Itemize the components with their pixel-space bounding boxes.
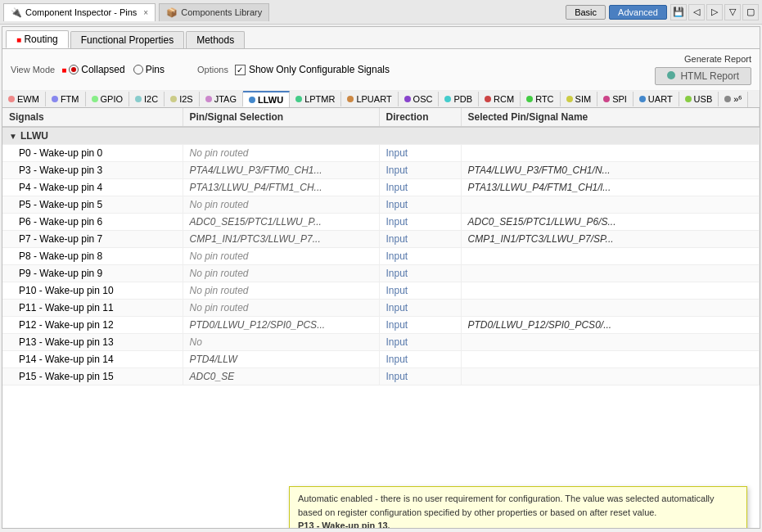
- close-inspector-icon[interactable]: ×: [143, 8, 148, 17]
- selected-pin-cell: PTD0/LLWU_P12/SPI0_PCS0/...: [461, 317, 760, 334]
- signal-tab-osc[interactable]: OSC: [399, 92, 440, 106]
- radio-collapsed[interactable]: ■ Collapsed: [61, 64, 124, 75]
- tab-functional-properties[interactable]: Functional Properties: [70, 31, 184, 48]
- signal-tab-dot: [485, 96, 491, 102]
- signal-tabs-row: EWMFTMGPIOI2CI2SJTAGLLWULPTMRLPUARTOSCPD…: [2, 91, 760, 108]
- signal-tab-i2c[interactable]: I2C: [129, 92, 165, 106]
- tab-routing[interactable]: ■ Routing: [6, 30, 69, 48]
- signal-tab-ftm[interactable]: FTM: [46, 92, 86, 106]
- radio-error-icon: ■: [61, 65, 66, 74]
- tab-functional-label: Functional Properties: [81, 34, 174, 46]
- signal-tab-pdb[interactable]: PDB: [439, 92, 479, 106]
- pin-selection-cell[interactable]: No pin routed: [183, 145, 379, 162]
- selected-pin-cell: [461, 145, 760, 162]
- signal-tab-label: UART: [648, 94, 673, 104]
- table-area[interactable]: Signals Pin/Signal Selection Direction S…: [2, 108, 760, 528]
- direction-cell: Input: [379, 248, 461, 265]
- signal-tab-dot: [566, 96, 573, 102]
- selected-pin-cell: ADC0_SE15/PTC1/LLWU_P6/S...: [461, 214, 760, 231]
- signal-tab-dot: [724, 96, 731, 102]
- signal-tab-lptmr[interactable]: LPTMR: [290, 92, 341, 106]
- signal-tab-spi[interactable]: SPI: [597, 92, 633, 106]
- signal-tab-dot: [92, 96, 98, 102]
- menu-button[interactable]: ▽: [724, 4, 741, 20]
- table-row[interactable]: P11 - Wake-up pin 11No pin routedInput: [2, 300, 760, 317]
- pin-selection-cell[interactable]: No pin routed: [183, 196, 379, 214]
- pin-selection-cell[interactable]: PTA13/LLWU_P4/FTM1_CH...: [183, 179, 379, 196]
- main-panel: ■ Routing Functional Properties Methods …: [2, 26, 760, 529]
- signal-name-cell: P3 - Wake-up pin 3: [2, 162, 183, 179]
- signal-tab-label: EWM: [17, 94, 39, 104]
- signal-tab-jtag[interactable]: JTAG: [200, 92, 243, 106]
- table-row[interactable]: P15 - Wake-up pin 15ADC0_SEInput: [2, 368, 760, 385]
- show-configurable-checkbox[interactable]: Show Only Configurable Signals: [235, 64, 390, 75]
- forward-button[interactable]: ▷: [706, 4, 723, 20]
- signal-tab-dot: [526, 96, 533, 102]
- signal-tab-ewm[interactable]: EWM: [2, 92, 46, 106]
- table-row[interactable]: P4 - Wake-up pin 4PTA13/LLWU_P4/FTM1_CH.…: [2, 179, 760, 196]
- checkbox-box: [235, 65, 246, 75]
- pin-selection-cell[interactable]: No pin routed: [183, 282, 379, 300]
- selected-pin-cell: [461, 282, 760, 300]
- tooltip-pin-label: P13 - Wake-up pin 13.: [298, 521, 390, 528]
- pin-selection-cell[interactable]: No: [183, 334, 379, 351]
- table-row[interactable]: P0 - Wake-up pin 0No pin routedInput: [2, 145, 760, 162]
- radio-pins[interactable]: Pins: [133, 64, 165, 75]
- basic-mode-button[interactable]: Basic: [566, 5, 606, 20]
- signal-tab-rtc[interactable]: RTC: [521, 92, 560, 106]
- signal-tab-usb[interactable]: USB: [679, 92, 719, 106]
- pin-selection-cell[interactable]: No pin routed: [183, 248, 379, 265]
- library-icon: 📦: [166, 7, 178, 18]
- toolbar-icons: 💾 ◁ ▷ ▽ ▢: [670, 4, 759, 20]
- pin-selection-cell[interactable]: PTD4/LLW: [183, 351, 379, 368]
- signal-tab-i2s[interactable]: I2S: [165, 92, 200, 106]
- direction-cell: Input: [379, 196, 461, 214]
- pin-selection-cell[interactable]: ADC0_SE: [183, 368, 379, 385]
- selected-pin-cell: [461, 248, 760, 265]
- table-row[interactable]: P8 - Wake-up pin 8No pin routedInput: [2, 248, 760, 265]
- tab-components-library[interactable]: 📦 Components Library: [159, 3, 269, 21]
- signal-tab-sim[interactable]: SIM: [561, 92, 598, 106]
- signal-name-cell: P4 - Wake-up pin 4: [2, 179, 183, 196]
- table-row[interactable]: P6 - Wake-up pin 6ADC0_SE15/PTC1/LLWU_P.…: [2, 214, 760, 231]
- signal-tab-lpuart[interactable]: LPUART: [341, 92, 398, 106]
- tab-methods[interactable]: Methods: [186, 31, 245, 48]
- group-header-llwu[interactable]: ▼LLWU: [2, 127, 760, 145]
- selected-pin-cell: PTA4/LLWU_P3/FTM0_CH1/N...: [461, 162, 760, 179]
- pin-selection-cell[interactable]: PTD0/LLWU_P12/SPI0_PCS...: [183, 317, 379, 334]
- table-row[interactable]: P14 - Wake-up pin 14PTD4/LLWInput: [2, 351, 760, 368]
- pin-selection-cell[interactable]: ADC0_SE15/PTC1/LLWU_P...: [183, 214, 379, 231]
- minimize-button[interactable]: ▢: [742, 4, 759, 20]
- signal-tab-uart[interactable]: UART: [633, 92, 679, 106]
- tab-component-inspector[interactable]: 🔌 Component Inspector - Pins ×: [3, 3, 156, 21]
- html-report-button[interactable]: HTML Report: [655, 67, 751, 85]
- table-row[interactable]: P13 - Wake-up pin 13NoInput: [2, 334, 760, 351]
- save-button[interactable]: 💾: [670, 4, 687, 20]
- report-icon: [667, 71, 675, 79]
- direction-cell: Input: [379, 214, 461, 231]
- signal-tab-dot: [135, 96, 142, 102]
- pin-selection-cell[interactable]: No pin routed: [183, 300, 379, 317]
- signal-tab-label: I2C: [144, 94, 158, 104]
- title-bar: 🔌 Component Inspector - Pins × 📦 Compone…: [0, 0, 762, 25]
- signal-tab-dot: [603, 96, 610, 102]
- back-button[interactable]: ◁: [688, 4, 705, 20]
- table-row[interactable]: P5 - Wake-up pin 5No pin routedInput: [2, 196, 760, 214]
- signal-tab-llwu[interactable]: LLWU: [243, 91, 290, 107]
- pin-selection-cell[interactable]: No pin routed: [183, 265, 379, 282]
- pin-selection-cell[interactable]: PTA4/LLWU_P3/FTM0_CH1...: [183, 162, 379, 179]
- advanced-mode-button[interactable]: Advanced: [609, 5, 667, 20]
- pin-selection-cell[interactable]: CMP1_IN1/PTC3/LLWU_P7...: [183, 231, 379, 248]
- signal-tab-[interactable]: »⁶: [719, 92, 748, 107]
- table-row[interactable]: P9 - Wake-up pin 9No pin routedInput: [2, 265, 760, 282]
- signal-tab-gpio[interactable]: GPIO: [86, 92, 130, 106]
- direction-cell: Input: [379, 179, 461, 196]
- signal-tab-dot: [347, 96, 354, 102]
- table-row[interactable]: P7 - Wake-up pin 7CMP1_IN1/PTC3/LLWU_P7.…: [2, 231, 760, 248]
- direction-cell: Input: [379, 317, 461, 334]
- table-row[interactable]: P10 - Wake-up pin 10No pin routedInput: [2, 282, 760, 300]
- table-row[interactable]: P3 - Wake-up pin 3PTA4/LLWU_P3/FTM0_CH1.…: [2, 162, 760, 179]
- direction-cell: Input: [379, 162, 461, 179]
- signal-tab-rcm[interactable]: RCM: [479, 92, 521, 106]
- table-row[interactable]: P12 - Wake-up pin 12PTD0/LLWU_P12/SPI0_P…: [2, 317, 760, 334]
